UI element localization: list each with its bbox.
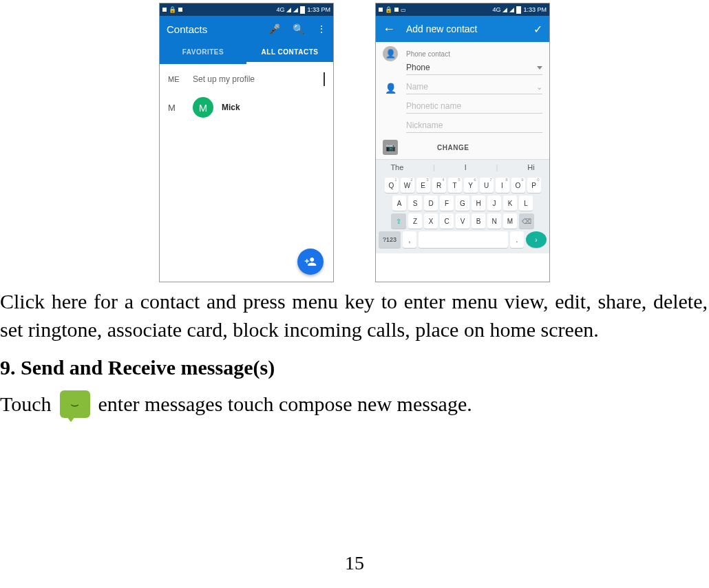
account-dropdown[interactable]: Phone	[406, 63, 542, 75]
sd-icon: ▭	[401, 7, 406, 13]
tab-all-contacts[interactable]: ALL CONTACTS	[246, 42, 333, 64]
contact-row[interactable]: M M Mick	[160, 94, 333, 120]
key-Y[interactable]: 6Y	[464, 178, 478, 193]
section-heading: 9. Send and Receive message(s)	[0, 356, 709, 379]
tab-favorites[interactable]: FAVORITES	[160, 42, 246, 64]
add-person-icon	[304, 255, 317, 268]
contact-avatar: M	[193, 97, 213, 118]
app-bar: ← Add new contact ✓	[376, 16, 549, 42]
key-B[interactable]: B	[472, 213, 485, 229]
key-U[interactable]: 7U	[480, 178, 494, 193]
chevron-down-icon: ⌄	[536, 83, 542, 92]
camera-icon[interactable]: 📷	[383, 140, 398, 155]
scroll-indicator	[324, 72, 325, 86]
name-input[interactable]: Name ⌄	[406, 82, 542, 94]
backspace-key[interactable]: ⌫	[519, 213, 534, 229]
nickname-input[interactable]: Nickname	[406, 120, 542, 133]
period-key[interactable]: .	[510, 231, 524, 248]
lock-icon: 🔒	[385, 6, 392, 13]
key-E[interactable]: 3E	[416, 178, 430, 193]
me-label: ME	[168, 75, 193, 83]
paragraph: Click here for a contact and press menu …	[0, 286, 709, 344]
me-profile-text: Set up my profile	[193, 74, 255, 84]
notif-icon	[379, 8, 383, 12]
network-label: 4G	[276, 6, 284, 13]
notif-icon	[178, 8, 182, 12]
screenshot-add-contact: 🔒 ▭ 4G ◢ ◢ 1:33 PM ← Add new contact ✓	[375, 3, 550, 282]
search-icon[interactable]: 🔍	[293, 23, 304, 34]
enter-key[interactable]: ›	[526, 231, 547, 248]
person-icon: 👤	[383, 83, 398, 94]
key-L[interactable]: L	[519, 196, 533, 211]
key-Q[interactable]: 1Q	[385, 178, 399, 193]
battery-icon	[516, 6, 521, 14]
back-icon[interactable]: ←	[383, 22, 395, 36]
status-bar: 🔒 4G ◢ ◢ 1:33 PM	[160, 3, 333, 16]
key-T[interactable]: 5T	[448, 178, 462, 193]
app-title: Contacts	[167, 23, 207, 35]
key-M[interactable]: M	[503, 213, 517, 229]
suggestion[interactable]: Hi	[527, 163, 534, 171]
add-contact-fab[interactable]	[297, 249, 324, 275]
key-J[interactable]: J	[487, 196, 501, 211]
key-H[interactable]: H	[472, 196, 485, 211]
touch-label: Touch	[0, 392, 52, 416]
key-G[interactable]: G	[456, 196, 469, 211]
key-A[interactable]: A	[392, 196, 406, 211]
space-key[interactable]	[419, 231, 508, 248]
keyboard: 1Q2W3E4R5T6Y7U8I9O0P ASDFGHJKL ⇧ ZXCVBNM…	[376, 175, 549, 253]
paragraph-rest: enter messages touch compose new message…	[98, 392, 472, 416]
key-K[interactable]: K	[503, 196, 517, 211]
screenshot-contacts: 🔒 4G ◢ ◢ 1:33 PM Contacts 🎤 🔍	[159, 3, 334, 282]
key-V[interactable]: V	[456, 213, 469, 229]
overflow-icon[interactable]: ⋮	[317, 23, 326, 34]
account-icon: 👤	[383, 46, 398, 61]
comma-key[interactable]: ,	[403, 231, 416, 248]
change-button[interactable]: CHANGE	[437, 144, 469, 151]
app-bar: Contacts 🎤 🔍 ⋮ FAVORITES ALL CONTACTS	[160, 16, 333, 64]
key-N[interactable]: N	[487, 213, 501, 229]
key-X[interactable]: X	[424, 213, 438, 229]
key-W[interactable]: 2W	[401, 178, 414, 193]
contact-name: Mick	[222, 103, 240, 112]
page-number: 15	[0, 552, 709, 574]
shift-key[interactable]: ⇧	[391, 213, 406, 229]
lock-icon: 🔒	[169, 6, 176, 13]
signal-icon: ◢	[502, 6, 507, 13]
key-Z[interactable]: Z	[408, 213, 422, 229]
suggestion[interactable]: I	[465, 163, 467, 171]
key-D[interactable]: D	[424, 196, 438, 211]
key-S[interactable]: S	[408, 196, 422, 211]
signal-icon: ◢	[293, 6, 298, 13]
paragraph: Touch ⌣ enter messages touch compose new…	[0, 390, 709, 418]
key-R[interactable]: 4R	[432, 178, 446, 193]
keyboard-suggestions: The | I | Hi	[376, 159, 549, 175]
key-O[interactable]: 9O	[511, 178, 525, 193]
phonetic-input[interactable]: Phonetic name	[406, 101, 542, 114]
nickname-placeholder: Nickname	[406, 120, 443, 130]
signal-icon: ◢	[286, 6, 291, 13]
messages-app-icon: ⌣	[60, 390, 90, 418]
me-row[interactable]: ME Set up my profile	[160, 64, 333, 94]
signal-icon: ◢	[509, 6, 514, 13]
network-label: 4G	[492, 6, 500, 13]
phonetic-placeholder: Phonetic name	[406, 101, 461, 111]
key-P[interactable]: 0P	[527, 178, 541, 193]
battery-icon	[300, 6, 305, 14]
account-value: Phone	[406, 63, 430, 72]
key-I[interactable]: 8I	[496, 178, 509, 193]
screen-title: Add new contact	[406, 23, 522, 34]
chevron-down-icon	[537, 66, 542, 70]
notif-icon	[162, 8, 167, 12]
name-placeholder: Name	[406, 82, 428, 92]
clock: 1:33 PM	[307, 6, 330, 13]
suggestion[interactable]: The	[390, 163, 403, 171]
key-C[interactable]: C	[440, 213, 454, 229]
status-bar: 🔒 ▭ 4G ◢ ◢ 1:33 PM	[376, 3, 549, 16]
account-type-label: Phone contact	[406, 50, 450, 58]
mic-icon[interactable]: 🎤	[268, 23, 280, 34]
key-F[interactable]: F	[440, 196, 454, 211]
confirm-icon[interactable]: ✓	[533, 23, 542, 36]
symbols-key[interactable]: ?123	[379, 231, 401, 248]
notif-icon	[394, 8, 399, 12]
